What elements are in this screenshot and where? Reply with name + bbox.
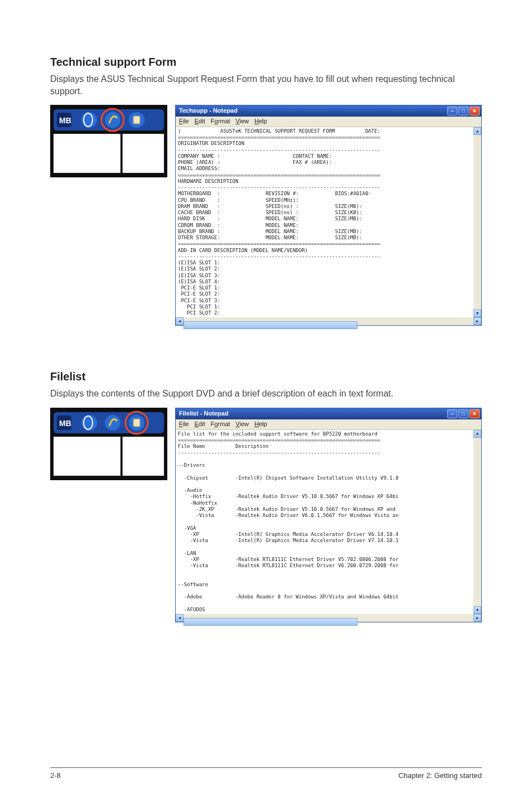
titlebar[interactable]: Techsupp - Notepad – □ ✕: [176, 105, 481, 117]
menu-format[interactable]: Format: [211, 421, 230, 428]
window-title: Techsupp - Notepad: [179, 107, 446, 115]
menu-edit[interactable]: Edit: [195, 118, 205, 125]
svg-rect-11: [123, 134, 164, 173]
hscroll-thumb[interactable]: [183, 618, 357, 626]
page-footer: 2-8 Chapter 2: Getting started: [50, 771, 482, 791]
svg-text:MB: MB: [59, 419, 71, 428]
svg-point-7: [105, 112, 120, 128]
menu-help[interactable]: Help: [254, 118, 267, 125]
driver-dvd-thumbnail: MB: [50, 408, 167, 480]
page-number: 2-8: [50, 771, 61, 780]
hscroll-thumb[interactable]: [183, 321, 357, 329]
titlebar[interactable]: Filelist - Notepad – □ ✕: [176, 408, 481, 419]
menubar: File Edit Format View Help: [176, 117, 481, 127]
filelist-notepad-window: Filelist - Notepad – □ ✕ File Edit Forma…: [175, 408, 482, 622]
minimize-button[interactable]: –: [447, 409, 457, 418]
scroll-right-icon[interactable]: ▶: [473, 614, 481, 622]
vertical-scrollbar[interactable]: ▲ ▼: [473, 127, 481, 318]
menu-view[interactable]: View: [236, 118, 249, 125]
desc-techsupp: Displays the ASUS Technical Support Requ…: [50, 73, 482, 97]
svg-rect-24: [123, 437, 164, 476]
scroll-right-icon[interactable]: ▶: [473, 317, 481, 325]
heading-filelist: Filelist: [50, 370, 482, 383]
window-title: Filelist - Notepad: [179, 410, 446, 418]
vertical-scrollbar[interactable]: ▲ ▼: [473, 430, 481, 614]
heading-techsupp: Technical support Form: [50, 56, 482, 69]
footer-divider: [50, 767, 482, 768]
notepad-text[interactable]: | ASUSTeK TECHNICAL SUPPORT REQUEST FORM…: [176, 127, 481, 318]
menu-edit[interactable]: Edit: [195, 421, 205, 428]
menu-format[interactable]: Format: [211, 118, 230, 125]
section-filelist: Filelist Displays the contents of the Su…: [50, 370, 482, 622]
svg-rect-22: [133, 419, 140, 427]
chapter-label: Chapter 2: Getting started: [398, 771, 482, 780]
menu-file[interactable]: File: [179, 118, 189, 125]
close-button[interactable]: ✕: [470, 409, 480, 418]
menu-view[interactable]: View: [236, 421, 249, 428]
driver-dvd-thumbnail: MB: [50, 105, 167, 177]
desc-filelist: Displays the contents of the Support DVD…: [50, 388, 482, 400]
scroll-up-icon[interactable]: ▲: [473, 430, 481, 438]
techsupp-notepad-window: Techsupp - Notepad – □ ✕ File Edit Forma…: [175, 105, 482, 326]
menubar: File Edit Format View Help: [176, 419, 481, 430]
scroll-left-icon[interactable]: ◀: [176, 614, 183, 622]
scroll-left-icon[interactable]: ◀: [176, 317, 183, 325]
horizontal-scrollbar[interactable]: ◀ ▶: [176, 317, 481, 325]
close-button[interactable]: ✕: [470, 107, 480, 115]
minimize-button[interactable]: –: [447, 107, 457, 115]
maximize-button[interactable]: □: [458, 107, 468, 115]
scroll-up-icon[interactable]: ▲: [473, 127, 481, 135]
svg-point-19: [105, 415, 120, 431]
horizontal-scrollbar[interactable]: ◀ ▶: [176, 614, 481, 622]
notepad-text[interactable]: File list for the included support softw…: [176, 430, 481, 614]
svg-rect-9: [133, 116, 140, 124]
menu-file[interactable]: File: [179, 421, 189, 428]
svg-text:MB: MB: [59, 116, 71, 125]
maximize-button[interactable]: □: [458, 409, 468, 418]
menu-help[interactable]: Help: [254, 421, 267, 428]
scroll-down-icon[interactable]: ▼: [473, 606, 481, 614]
svg-rect-10: [54, 134, 120, 173]
svg-rect-23: [54, 437, 120, 476]
section-technical-support-form: Technical support Form Displays the ASUS…: [50, 56, 482, 326]
scroll-down-icon[interactable]: ▼: [473, 310, 481, 317]
